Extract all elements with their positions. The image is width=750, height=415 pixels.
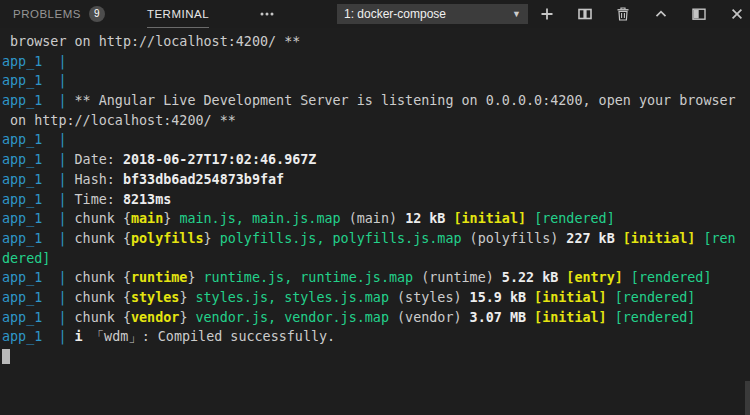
more-actions-button[interactable] bbox=[259, 0, 275, 28]
close-icon bbox=[729, 6, 745, 22]
terminal-rows: browser on http://localhost:4200/ **app_… bbox=[2, 32, 750, 367]
ellipsis-icon bbox=[259, 6, 275, 22]
tab-terminal[interactable]: TERMINAL bbox=[147, 0, 209, 28]
panel-title-bar: PROBLEMS 9 TERMINAL 1: docker-compose ▼ bbox=[0, 0, 750, 28]
terminal-row: app_1 | Date: 2018-06-27T17:02:46.967Z bbox=[2, 150, 750, 170]
terminal-cursor bbox=[2, 349, 10, 364]
panel-actions bbox=[539, 0, 745, 28]
chevron-up-icon bbox=[653, 6, 669, 22]
terminal-row: app_1 | chunk {polyfills} polyfills.js, … bbox=[2, 229, 750, 249]
toggle-panel-button[interactable] bbox=[691, 6, 707, 22]
terminal-row: app_1 | chunk {styles} styles.js, styles… bbox=[2, 288, 750, 308]
dropdown-arrow-icon: ▼ bbox=[512, 9, 521, 19]
terminal-select-value: 1: docker-compose bbox=[344, 7, 446, 21]
tab-terminal-label: TERMINAL bbox=[147, 8, 209, 20]
terminal-row: app_1 | chunk {main} main.js, main.js.ma… bbox=[2, 209, 750, 229]
terminal-row: app_1 | i 「wdm」: Compiled successfully. bbox=[2, 327, 750, 347]
terminal-row: app_1 | bbox=[2, 71, 750, 91]
terminal-output[interactable]: browser on http://localhost:4200/ **app_… bbox=[0, 28, 750, 415]
terminal-select[interactable]: 1: docker-compose ▼ bbox=[337, 4, 528, 24]
kill-terminal-button[interactable] bbox=[615, 6, 631, 22]
trash-icon bbox=[615, 6, 631, 22]
split-icon bbox=[577, 6, 593, 22]
new-terminal-button[interactable] bbox=[539, 6, 555, 22]
terminal-row: app_1 | ** Angular Live Development Serv… bbox=[2, 91, 750, 111]
problems-count-badge: 9 bbox=[89, 6, 105, 22]
terminal-row: app_1 | Time: 8213ms bbox=[2, 190, 750, 210]
terminal-row: app_1 | chunk {vendor} vendor.js, vendor… bbox=[2, 308, 750, 328]
terminal-scrollbar[interactable] bbox=[745, 381, 750, 415]
terminal-row: app_1 | bbox=[2, 130, 750, 150]
maximize-panel-button[interactable] bbox=[653, 6, 669, 22]
terminal-row: app_1 | Hash: bf33db6ad254873b9faf bbox=[2, 170, 750, 190]
panel-layout-icon bbox=[691, 6, 707, 22]
tab-problems-label: PROBLEMS bbox=[13, 8, 81, 20]
terminal-row: app_1 | bbox=[2, 52, 750, 72]
terminal-cursor-row bbox=[2, 347, 750, 367]
terminal-row: dered] bbox=[2, 249, 750, 269]
terminal-row: app_1 | chunk {runtime} runtime.js, runt… bbox=[2, 268, 750, 288]
tab-problems[interactable]: PROBLEMS 9 bbox=[13, 0, 105, 28]
plus-icon bbox=[539, 6, 555, 22]
split-terminal-button[interactable] bbox=[577, 6, 593, 22]
close-panel-button[interactable] bbox=[729, 6, 745, 22]
terminal-row: on http://localhost:4200/ ** bbox=[2, 111, 750, 131]
terminal-row: browser on http://localhost:4200/ ** bbox=[2, 32, 750, 52]
